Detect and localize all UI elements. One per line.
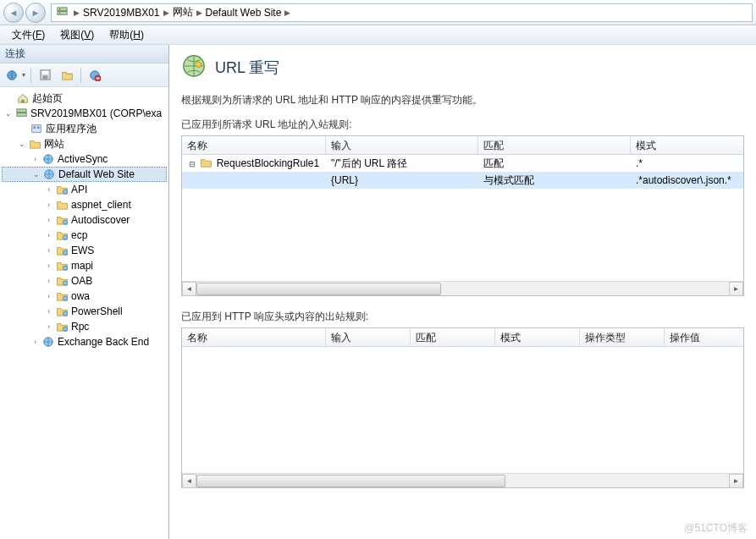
col-name[interactable]: 名称	[182, 136, 326, 154]
tree-sites[interactable]: ⌄ 网站	[2, 136, 167, 151]
chevron-right-icon: ▶	[74, 8, 80, 17]
chevron-right-icon: ▶	[163, 8, 169, 17]
svg-point-26	[63, 311, 67, 316]
svg-rect-0	[57, 8, 66, 11]
scroll-left-button[interactable]: ◄	[182, 474, 196, 488]
tree-node-ews[interactable]: ›EWS	[2, 243, 167, 258]
scroll-right-button[interactable]: ►	[729, 474, 743, 488]
scroll-left-button[interactable]: ◄	[182, 282, 196, 296]
breadcrumb[interactable]: ▶ SRV2019MBX01 ▶ 网站 ▶ Default Web Site ▶	[51, 3, 753, 22]
outbound-rules-label: 已应用到 HTTP 响应头或内容的出站规则:	[181, 310, 744, 324]
expand-icon[interactable]: ›	[44, 292, 53, 301]
folder-icon	[55, 183, 69, 196]
folder-icon	[55, 289, 69, 303]
tree-site-default[interactable]: ⌄ Default Web Site	[2, 167, 167, 182]
col-action-value[interactable]: 操作值	[665, 328, 743, 346]
col-pattern[interactable]: 模式	[631, 136, 743, 154]
sites-folder-icon	[28, 137, 41, 151]
col-pattern[interactable]: 模式	[495, 328, 580, 346]
breadcrumb-default-site[interactable]: Default Web Site	[202, 7, 285, 19]
horizontal-scrollbar[interactable]: ◄ ►	[182, 473, 743, 487]
connections-header: 连接	[0, 45, 168, 63]
folder-icon	[55, 305, 69, 318]
nav-forward-button[interactable]: ►	[25, 3, 46, 23]
col-action-type[interactable]: 操作类型	[580, 328, 665, 346]
tree-node-oab[interactable]: ›OAB	[2, 273, 167, 289]
menu-file[interactable]: 文件(F)	[5, 25, 52, 45]
inbound-rules-grid[interactable]: 名称 输入 匹配 模式 ⊟ RequestBlockingRule1 "/"后的…	[181, 135, 744, 296]
breadcrumb-sites[interactable]: 网站	[169, 5, 196, 19]
expand-icon[interactable]: ›	[44, 185, 53, 195]
navigation-bar: ◄ ► ▶ SRV2019MBX01 ▶ 网站 ▶ Default Web Si…	[0, 0, 756, 25]
svg-point-27	[63, 327, 67, 331]
expand-icon[interactable]: ›	[44, 307, 53, 316]
collapse-icon[interactable]: ⌄	[17, 140, 26, 149]
expand-icon[interactable]: ›	[44, 246, 53, 256]
folder-icon	[55, 198, 69, 212]
rule-condition-row[interactable]: {URL} 与模式匹配 .*autodiscover\.json.*	[182, 172, 743, 189]
tree-node-owa[interactable]: ›owa	[2, 289, 167, 304]
expand-icon[interactable]: ›	[44, 231, 53, 240]
menu-view[interactable]: 视图(V)	[53, 25, 101, 45]
tree-node-aspnet[interactable]: ›aspnet_client	[2, 197, 167, 212]
menu-bar: 文件(F) 视图(V) 帮助(H)	[0, 25, 756, 45]
page-description: 根据规则为所请求的 URL 地址和 HTTP 响应的内容提供重写功能。	[181, 93, 744, 107]
collapse-icon[interactable]: ⊟	[187, 160, 197, 168]
tree-site-exchange[interactable]: › Exchange Back End	[2, 334, 167, 349]
expand-icon[interactable]: ›	[44, 216, 53, 225]
server-icon	[14, 107, 28, 120]
col-match[interactable]: 匹配	[478, 136, 631, 154]
globe-icon	[42, 168, 56, 181]
tree-site-activesync[interactable]: › ActiveSync	[2, 151, 167, 167]
folder-icon	[55, 259, 69, 272]
connections-tree[interactable]: 起始页 ⌄ SRV2019MBX01 (CORP\exa 应用程序池 ⌄ 网站 …	[0, 87, 168, 539]
expand-icon[interactable]: ›	[44, 261, 53, 271]
expand-icon[interactable]: ›	[30, 155, 40, 164]
globe-icon	[41, 152, 55, 166]
tree-app-pools[interactable]: 应用程序池	[2, 121, 167, 136]
tree-node-api[interactable]: ›API	[2, 182, 167, 197]
grid-header: 名称 输入 匹配 模式 操作类型 操作值	[182, 328, 743, 347]
connect-button[interactable]	[3, 67, 20, 84]
rule-row[interactable]: ⊟ RequestBlockingRule1 "/"后的 URL 路径 匹配 .…	[182, 155, 743, 172]
col-match[interactable]: 匹配	[411, 328, 495, 346]
save-button[interactable]	[36, 67, 53, 84]
col-name[interactable]: 名称	[182, 328, 326, 346]
connections-toolbar: ▾	[0, 63, 168, 87]
expand-icon[interactable]: ›	[30, 338, 40, 347]
open-button[interactable]	[58, 67, 75, 84]
outbound-rules-grid[interactable]: 名称 输入 匹配 模式 操作类型 操作值 ◄ ►	[181, 327, 744, 488]
svg-rect-7	[42, 75, 47, 79]
breadcrumb-server[interactable]: SRV2019MBX01	[80, 7, 163, 19]
chevron-right-icon: ▶	[284, 8, 290, 17]
folder-icon	[55, 274, 69, 288]
scroll-right-button[interactable]: ►	[729, 282, 743, 296]
tree-node-mapi[interactable]: ›mapi	[2, 258, 167, 273]
expand-icon[interactable]: ›	[44, 322, 53, 332]
connections-panel: 连接 ▾ 起始页 ⌄	[0, 45, 169, 539]
folder-icon	[55, 228, 69, 242]
stop-button[interactable]	[86, 67, 103, 84]
collapse-icon[interactable]: ⌄	[31, 170, 41, 179]
svg-rect-15	[34, 126, 36, 129]
expand-icon[interactable]: ›	[44, 201, 53, 210]
content-panel: URL 重写 根据规则为所请求的 URL 地址和 HTTP 响应的内容提供重写功…	[169, 45, 756, 539]
col-input[interactable]: 输入	[326, 328, 411, 346]
tree-node-rpc[interactable]: ›Rpc	[2, 319, 167, 334]
tree-node-powershell[interactable]: ›PowerShell	[2, 304, 167, 319]
tree-node-ecp[interactable]: ›ecp	[2, 228, 167, 243]
svg-point-20	[63, 220, 67, 224]
home-icon	[16, 91, 30, 105]
menu-help[interactable]: 帮助(H)	[102, 25, 151, 45]
col-input[interactable]: 输入	[326, 136, 478, 154]
tree-start-page[interactable]: 起始页	[2, 91, 167, 106]
collapse-icon[interactable]: ⌄	[3, 109, 13, 118]
horizontal-scrollbar[interactable]: ◄ ►	[182, 281, 743, 295]
tree-server-node[interactable]: ⌄ SRV2019MBX01 (CORP\exa	[2, 106, 167, 121]
server-icon	[55, 6, 69, 19]
nav-back-button[interactable]: ◄	[3, 3, 24, 23]
expand-icon[interactable]: ›	[44, 277, 53, 286]
globe-icon	[41, 335, 55, 349]
tree-node-autodiscover[interactable]: ›Autodiscover	[2, 212, 167, 228]
svg-rect-13	[16, 113, 25, 116]
